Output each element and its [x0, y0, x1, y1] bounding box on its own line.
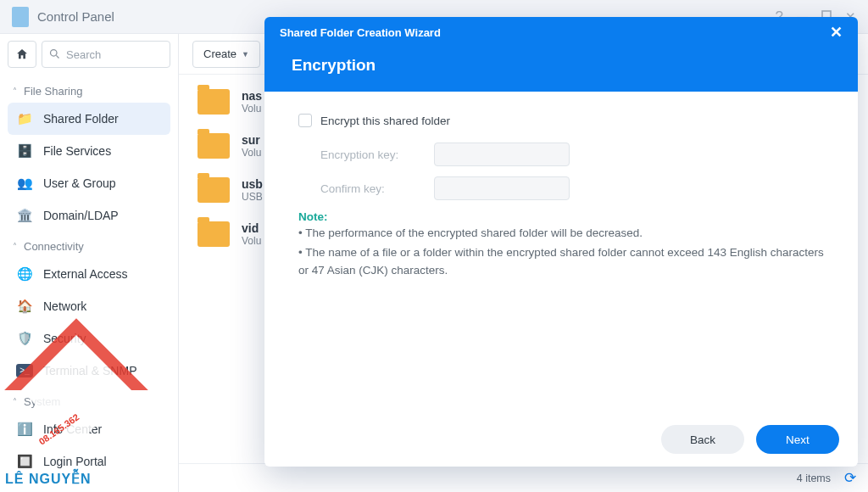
- sidebar-item-label: Network: [43, 299, 86, 313]
- modal-title: Shared Folder Creation Wizard: [280, 26, 441, 39]
- sidebar-item-label: Info Center: [43, 422, 102, 436]
- svg-line-2: [56, 55, 58, 58]
- section-label: Connectivity: [24, 240, 84, 253]
- search-icon: [48, 48, 61, 63]
- house-signal-icon: 🏠: [16, 298, 33, 315]
- shield-icon: 🛡️: [16, 330, 33, 347]
- back-button[interactable]: Back: [661, 425, 744, 454]
- sidebar-item-label: Shared Folder: [43, 112, 119, 126]
- sidebar-item-external-access[interactable]: 🌐 External Access: [8, 258, 170, 290]
- chevron-down-icon: ▼: [242, 50, 249, 59]
- item-count: 4 items: [797, 472, 831, 484]
- next-button[interactable]: Next: [756, 425, 839, 454]
- svg-point-1: [51, 50, 58, 57]
- section-label: File Sharing: [24, 85, 82, 98]
- encryption-key-input: [434, 143, 570, 166]
- modal-header: Shared Folder Creation Wizard ✕: [264, 17, 858, 48]
- sidebar: ˄ File Sharing 📁 Shared Folder 🗄️ File S…: [0, 34, 179, 492]
- close-icon[interactable]: ✕: [830, 23, 843, 42]
- folder-icon: [198, 133, 230, 159]
- folder-name: vid: [242, 221, 261, 235]
- info-icon: ℹ️: [16, 421, 33, 438]
- chevron-up-icon: ˄: [13, 87, 17, 96]
- folder-sub: USB: [242, 191, 263, 203]
- folder-name: sur: [242, 133, 261, 147]
- globe-icon: 🌐: [16, 266, 33, 282]
- folder-icon: [198, 89, 230, 115]
- watermark-text: LÊ NGUYỄN: [5, 471, 92, 487]
- folder-icon: [198, 221, 230, 247]
- wizard-modal: Shared Folder Creation Wizard ✕ Encrypti…: [264, 17, 858, 467]
- section-connectivity[interactable]: ˄ Connectivity: [8, 235, 170, 258]
- modal-footer: Back Next: [264, 412, 858, 467]
- button-label: Create: [203, 48, 236, 60]
- folder-user-icon: 📁: [16, 110, 33, 127]
- app-title: Control Panel: [37, 9, 114, 24]
- sidebar-item-domain-ldap[interactable]: 🏛️ Domain/LDAP: [8, 199, 170, 232]
- domain-icon: 🏛️: [16, 207, 33, 224]
- sidebar-item-file-services[interactable]: 🗄️ File Services: [8, 135, 170, 167]
- terminal-icon: >_: [16, 364, 33, 377]
- encrypt-checkbox[interactable]: [298, 114, 312, 127]
- folder-name: usb: [242, 177, 263, 191]
- sidebar-item-network[interactable]: 🏠 Network: [8, 290, 170, 322]
- folder-sub: Volu: [242, 147, 261, 159]
- app-icon: [12, 7, 29, 27]
- file-box-icon: 🗄️: [16, 143, 33, 159]
- modal-heading: Encryption: [264, 48, 858, 92]
- section-label: System: [24, 395, 60, 408]
- create-button[interactable]: Create ▼: [192, 41, 260, 68]
- chevron-up-icon: ˄: [13, 242, 17, 251]
- sidebar-item-terminal-snmp[interactable]: >_ Terminal & SNMP: [8, 355, 170, 387]
- users-icon: 👥: [16, 175, 33, 192]
- sidebar-item-shared-folder[interactable]: 📁 Shared Folder: [8, 103, 170, 135]
- folder-sub: Volu: [242, 103, 262, 115]
- section-file-sharing[interactable]: ˄ File Sharing: [8, 80, 170, 103]
- confirm-key-input: [434, 176, 570, 200]
- refresh-icon[interactable]: ⟳: [844, 469, 856, 487]
- sidebar-item-user-group[interactable]: 👥 User & Group: [8, 167, 170, 199]
- sidebar-item-label: Login Portal: [43, 455, 107, 468]
- sidebar-item-label: Terminal & SNMP: [43, 364, 136, 377]
- folder-icon: [198, 177, 230, 203]
- sidebar-item-label: External Access: [43, 267, 128, 281]
- sidebar-item-label: User & Group: [43, 176, 116, 190]
- chevron-up-icon: ˄: [13, 397, 17, 406]
- sidebar-item-label: Security: [43, 332, 86, 345]
- note-line: • The name of a file or a folder within …: [298, 244, 824, 280]
- home-icon: [15, 48, 29, 61]
- section-system[interactable]: ˄ System: [8, 390, 170, 413]
- sidebar-item-info-center[interactable]: ℹ️ Info Center: [8, 413, 170, 445]
- home-button[interactable]: [8, 41, 36, 68]
- confirm-key-label: Confirm key:: [320, 182, 422, 195]
- folder-name: nas: [242, 89, 262, 103]
- note-heading: Note:: [298, 210, 824, 223]
- statusbar: 4 items ⟳: [179, 463, 868, 492]
- sidebar-item-security[interactable]: 🛡️ Security: [8, 322, 170, 355]
- portal-icon: 🔲: [16, 453, 33, 470]
- encryption-key-label: Encryption key:: [320, 148, 422, 161]
- folder-sub: Volu: [242, 235, 261, 247]
- note-line: • The performance of the encrypted share…: [298, 225, 824, 243]
- encrypt-label: Encrypt this shared folder: [320, 115, 450, 127]
- sidebar-item-label: Domain/LDAP: [43, 209, 119, 222]
- sidebar-item-label: File Services: [43, 144, 111, 158]
